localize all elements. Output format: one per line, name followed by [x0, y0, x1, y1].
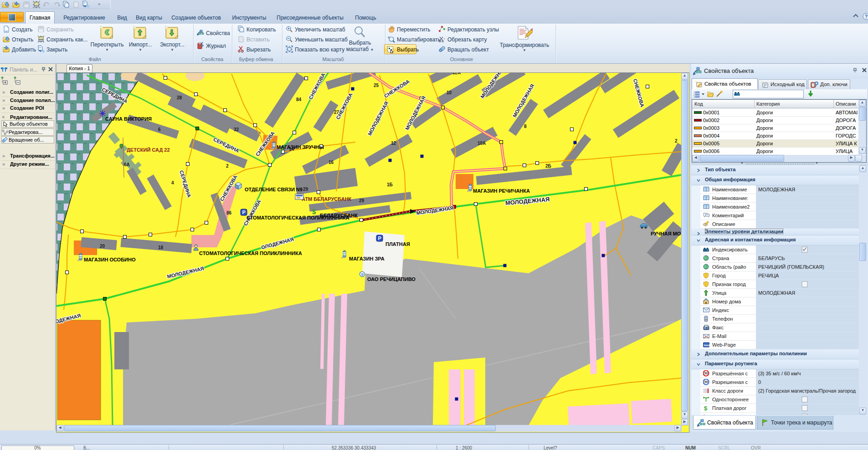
svg-text:P: P [242, 210, 246, 215]
svg-text:$: $ [704, 405, 708, 412]
svg-text:6: 6 [158, 127, 161, 132]
svg-text:84: 84 [296, 97, 302, 102]
svg-text:АТМ БЕЛАРУСБАНК: АТМ БЕЛАРУСБАНК [302, 196, 352, 202]
svg-text:СТОМАТОЛОГИЧЕСКАЯ ПОЛИКЛИННИКА: СТОМАТОЛОГИЧЕСКАЯ ПОЛИКЛИННИКА [247, 215, 349, 220]
svg-text:27: 27 [334, 110, 339, 115]
svg-text:Ф: Ф [361, 272, 364, 277]
svg-text:ДЕТСКИЙ САД 22: ДЕТСКИЙ САД 22 [127, 147, 170, 153]
svg-text:10: 10 [447, 90, 452, 95]
svg-text:25: 25 [374, 83, 379, 88]
svg-text:$: $ [312, 208, 316, 215]
svg-text:50: 50 [704, 380, 708, 384]
svg-text:32: 32 [234, 127, 239, 132]
svg-text:20: 20 [100, 244, 105, 249]
svg-text:»: » [98, 2, 100, 6]
svg-text:?: ? [865, 14, 868, 19]
svg-text:САУНА ВИКТОРИЯ: САУНА ВИКТОРИЯ [105, 116, 152, 122]
svg-text:ОАО РЕЧИЦАПИВО: ОАО РЕЧИЦАПИВО [367, 276, 416, 282]
svg-text:50: 50 [704, 372, 708, 375]
svg-text:3: 3 [693, 96, 695, 98]
svg-text:8: 8 [524, 124, 527, 129]
svg-text:МАГАЗИН ЗРА: МАГАЗИН ЗРА [349, 256, 385, 261]
svg-text:РУЧНАЯ МОЙ: РУЧНАЯ МОЙ [651, 231, 682, 236]
svg-text:МАГАЗИН РЕЧИЧАНКА: МАГАЗИН РЕЧИЧАНКА [473, 188, 530, 194]
svg-text:P: P [378, 235, 381, 241]
svg-text:16: 16 [329, 160, 334, 165]
svg-text:html: html [704, 344, 710, 347]
svg-text:29: 29 [359, 198, 365, 203]
svg-text:МАГАЗИН ЗРУЧНЫ: МАГАЗИН ЗРУЧНЫ [277, 144, 324, 150]
svg-text:86: 86 [226, 210, 232, 215]
svg-text:12: 12 [391, 141, 396, 146]
svg-text:СТОМАТОЛОГИЧЕСКАЯ ПОЛИКЛИННИКА: СТОМАТОЛОГИЧЕСКАЯ ПОЛИКЛИННИКА [199, 251, 302, 256]
svg-text:1Б: 1Б [387, 182, 393, 187]
svg-text:12А: 12А [452, 73, 461, 75]
svg-text:ПЛАТНАЯ: ПЛАТНАЯ [385, 241, 410, 247]
svg-text:10А: 10А [478, 141, 486, 146]
svg-text:МАГАЗИН ОСОБИНО: МАГАЗИН ОСОБИНО [84, 257, 136, 262]
svg-text:29: 29 [303, 187, 308, 192]
svg-text:2Б: 2Б [545, 164, 551, 169]
svg-text:6А: 6А [124, 162, 130, 167]
svg-text:4: 4 [171, 180, 174, 185]
svg-text:2: 2 [675, 138, 678, 143]
svg-text:18: 18 [158, 245, 164, 250]
svg-text:ОТДЕЛЕНИЕ СВЯЗИ N9: ОТДЕЛЕНИЕ СВЯЗИ N9 [245, 187, 303, 192]
svg-text:28: 28 [177, 95, 182, 100]
svg-text:2: 2 [226, 164, 229, 169]
